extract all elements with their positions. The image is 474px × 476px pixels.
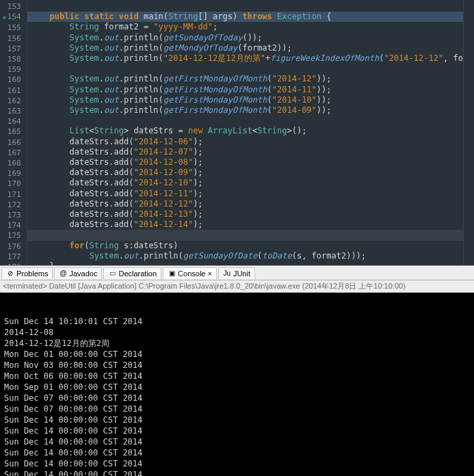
tab-label: Problems (16, 269, 48, 278)
line-number[interactable]: 176 (3, 241, 21, 252)
line-number[interactable]: 170 (3, 178, 21, 189)
console-line: Sun Dec 14 00:00:00 CST 2014 (4, 469, 470, 476)
console-line: Sun Dec 07 00:00:00 CST 2014 (4, 404, 470, 414)
code-line[interactable] (27, 1, 463, 12)
code-line[interactable]: dateStrs.add("2014-12-14"); (27, 220, 463, 230)
code-line[interactable]: List<String> dateStrs = new ArrayList<St… (27, 126, 463, 136)
line-number[interactable]: 171 (3, 189, 21, 200)
line-number[interactable]: 174 (3, 220, 21, 230)
tab-declaration[interactable]: ▭Declaration (103, 267, 161, 279)
line-number[interactable]: 161 (3, 85, 21, 96)
tab-label: Javadoc (69, 269, 97, 278)
line-number[interactable]: 154 (3, 12, 21, 23)
console-line: Sun Dec 14 00:00:00 CST 2014 (4, 425, 470, 436)
code-line[interactable] (27, 230, 463, 240)
code-line[interactable]: public static void main(String[] args) t… (27, 12, 463, 22)
line-number[interactable]: 178 (3, 262, 21, 265)
code-line[interactable]: System.out.println(getFirstMondayOfMonth… (27, 95, 463, 105)
code-line[interactable]: dateStrs.add("2014-12-09"); (27, 168, 463, 178)
console-status: <terminated> DateUtil [Java Application]… (3, 281, 406, 291)
code-area[interactable]: public static void main(String[] args) t… (27, 0, 463, 265)
console-icon: ▣ (168, 269, 176, 278)
code-line[interactable]: } (27, 261, 463, 265)
line-number[interactable]: 162 (3, 96, 21, 106)
console-line: Mon Oct 06 00:00:00 CST 2014 (4, 371, 470, 382)
code-line[interactable] (27, 64, 463, 74)
code-line[interactable]: dateStrs.add("2014-12-12"); (27, 199, 463, 209)
line-number[interactable]: 167 (3, 148, 21, 158)
console-header: <terminated> DateUtil [Java Application]… (0, 280, 474, 293)
tab-problems[interactable]: ⊘Problems (1, 267, 53, 279)
line-number[interactable]: 160 (3, 75, 21, 85)
code-line[interactable]: dateStrs.add("2014-12-07"); (27, 147, 463, 157)
declaration-icon: ▭ (108, 269, 116, 278)
console-output[interactable]: Sun Dec 14 10:10:01 CST 20142014-12-0820… (0, 293, 474, 476)
console-line: Sun Dec 14 00:00:00 CST 2014 (4, 458, 470, 469)
line-number[interactable]: 169 (3, 168, 21, 178)
scrollbar[interactable] (463, 0, 474, 265)
code-line[interactable]: System.out.println(getMondyOfToday(forma… (27, 43, 463, 53)
javadoc-icon: @ (59, 269, 67, 278)
code-line[interactable]: String format2 = "yyyy-MM-dd"; (27, 22, 463, 32)
code-line[interactable]: System.out.println(getSundayOfToday()); (27, 33, 463, 43)
tab-label: JUnit (233, 269, 250, 278)
line-number[interactable]: 155 (3, 23, 21, 33)
line-gutter[interactable]: 1531541551561571581591601611621631641651… (0, 0, 27, 265)
line-number[interactable]: 175 (3, 230, 21, 241)
tab-junit[interactable]: JuJUnit (218, 267, 255, 279)
line-number[interactable]: 168 (3, 158, 21, 168)
code-line[interactable]: dateStrs.add("2014-12-06"); (27, 137, 463, 147)
code-editor[interactable]: 1531541551561571581591601611621631641651… (0, 0, 474, 265)
code-line[interactable]: dateStrs.add("2014-12-13"); (27, 209, 463, 220)
code-line[interactable]: System.out.println(getSundayOfDate(toDat… (27, 251, 463, 261)
line-number[interactable]: 173 (3, 210, 21, 220)
line-number[interactable]: 156 (3, 34, 21, 44)
code-line[interactable]: dateStrs.add("2014-12-08"); (27, 157, 463, 168)
code-line[interactable]: for(String s:dateStrs) (27, 241, 463, 251)
line-number[interactable]: 172 (3, 200, 21, 210)
line-number[interactable]: 164 (3, 116, 21, 127)
tab-label: Declaration (118, 269, 157, 278)
problems-icon: ⊘ (6, 269, 14, 278)
console-line: Mon Dec 01 00:00:00 CST 2014 (4, 349, 470, 360)
tab-label: Console (178, 269, 205, 278)
console-line: Sun Dec 14 00:00:00 CST 2014 (4, 436, 470, 447)
line-number[interactable]: 165 (3, 127, 21, 137)
console-line: Sun Dec 14 00:00:00 CST 2014 (4, 414, 470, 425)
close-icon[interactable]: × (207, 269, 211, 278)
code-line[interactable]: dateStrs.add("2014-12-10"); (27, 178, 463, 188)
line-number[interactable]: 166 (3, 137, 21, 148)
line-number[interactable]: 177 (3, 252, 21, 262)
junit-icon: Ju (223, 269, 231, 278)
code-line[interactable]: System.out.println(getFirstMondayOfMonth… (27, 105, 463, 116)
code-line[interactable]: System.out.println("2014-12-12是12月的第"+fi… (27, 53, 463, 64)
code-line[interactable] (27, 116, 463, 126)
tab-console[interactable]: ▣Console× (163, 267, 217, 279)
line-number[interactable]: 157 (3, 44, 21, 54)
code-line[interactable]: dateStrs.add("2014-12-11"); (27, 189, 463, 199)
tab-javadoc[interactable]: @Javadoc (54, 267, 102, 279)
console-line: 2014-12-08 (4, 327, 470, 338)
line-number[interactable]: 163 (3, 106, 21, 116)
console-line: Sun Dec 14 10:10:01 CST 2014 (4, 316, 470, 327)
console-line: Mon Sep 01 00:00:00 CST 2014 (4, 382, 470, 393)
code-line[interactable]: System.out.println(getFirstMondayOfMonth… (27, 74, 463, 84)
console-line: Sun Dec 07 00:00:00 CST 2014 (4, 393, 470, 404)
line-number[interactable]: 153 (3, 1, 21, 12)
line-number[interactable]: 158 (3, 54, 21, 64)
line-number[interactable]: 159 (3, 64, 21, 75)
console-line: 2014-12-12是12月的第2周 (4, 338, 470, 349)
console-line: Mon Nov 03 00:00:00 CST 2014 (4, 360, 470, 371)
views-tabbar: ⊘Problems@Javadoc▭Declaration▣Console×Ju… (0, 265, 474, 280)
console-line: Sun Dec 14 00:00:00 CST 2014 (4, 447, 470, 458)
code-line[interactable]: System.out.println(getFirstMondayOfMonth… (27, 85, 463, 95)
